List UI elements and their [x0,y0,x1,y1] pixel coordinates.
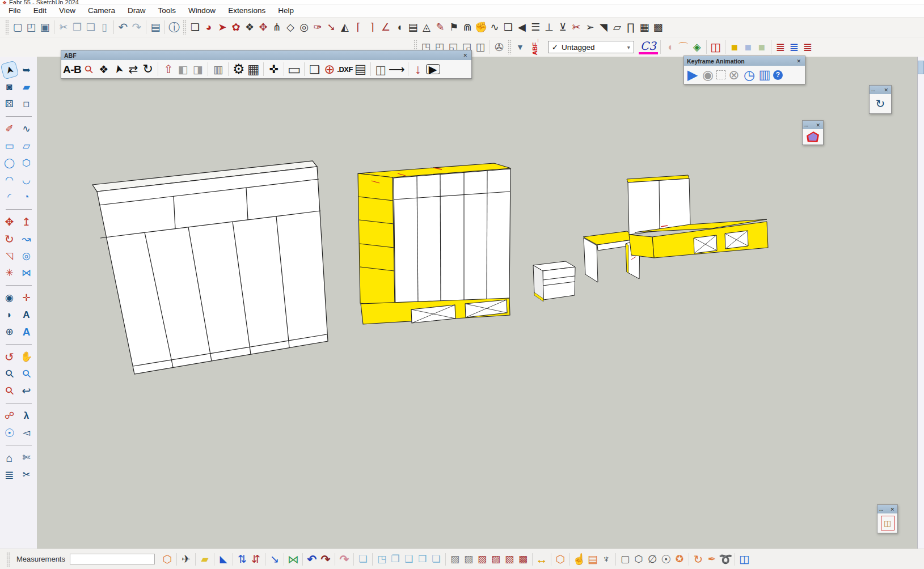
orange-list-icon[interactable]: ▤ [586,552,600,567]
plugin-tool-icon-06[interactable]: ✥ [256,20,270,35]
close-icon[interactable]: ✕ [462,53,469,58]
copy-array-icon-1[interactable]: ❏ [356,552,370,567]
abf-drill-icon[interactable]: ▼ [513,40,527,54]
protractor-arrow-icon[interactable]: ↷ [337,552,351,567]
follow-me-tool[interactable]: ↝ [19,231,35,247]
model-viewport[interactable] [37,57,917,549]
layers-s-icon[interactable]: ≣ [774,40,787,54]
copy-array-icon-4[interactable]: ❑ [402,552,416,567]
rotate-circle-icon[interactable]: ↻ [874,96,887,111]
abf-layout-panels-icon[interactable]: ❏ [307,62,322,77]
tape-measure-tool[interactable]: ◉ [2,290,18,305]
scale-tool[interactable]: ◹ [2,248,18,264]
plugin-tool-icon-26[interactable]: ☰ [529,20,542,35]
model-info-icon[interactable]: ⓘ [167,20,181,35]
plugin-tool-icon-23[interactable]: ∿ [488,20,501,35]
plugin-tool-icon-35[interactable]: ▩ [651,20,665,35]
ruler-arrows-icon[interactable]: ↔ [535,552,549,567]
abf-vertical-label[interactable]: ABF_ [528,39,542,56]
orange-hand-icon[interactable]: ☝ [572,552,586,567]
plugin-tool-icon-08[interactable]: ◇ [284,20,297,35]
plugin-tool-icon-11[interactable]: ➘ [324,20,338,35]
select-tool[interactable]: ➤ [0,60,19,79]
print-icon[interactable]: ▤ [149,20,162,35]
curved-arrow-darkred-icon[interactable]: ↷ [319,552,332,567]
plugin-tool-icon-05[interactable]: ❖ [243,20,256,35]
model-canvas[interactable] [37,57,917,549]
diagonal-arrow-icon[interactable]: ↘ [268,552,281,567]
cut-icon[interactable]: ✂ [57,20,70,35]
nightstand[interactable] [533,261,575,302]
abf-panel-right-icon[interactable]: ◨ [191,62,205,77]
dxf-label[interactable]: .DXF [337,62,353,77]
measurements-input[interactable] [70,554,155,564]
plugin-tool-icon-25[interactable]: ◀ [515,20,529,35]
texture-arrow-right-icon[interactable]: ▨ [489,552,503,567]
menu-item-extensions[interactable]: Extensions [222,3,272,18]
abf-refresh-icon[interactable]: ↻ [141,62,155,77]
axes-tool[interactable]: ✛ [19,290,35,305]
plugin-tool-icon-34[interactable]: ▦ [638,20,651,35]
plugin-tool-icon-10[interactable]: ✑ [311,20,324,35]
wardrobe-large-white[interactable] [92,161,328,374]
delete-icon[interactable]: ▯ [98,20,111,35]
texture-icon-2[interactable]: ▨ [462,552,475,567]
abf-play-icon[interactable]: ▶ [426,64,440,74]
blue-cube-selected-icon[interactable]: ◫ [737,552,751,567]
menu-item-help[interactable]: Help [272,3,300,18]
close-icon[interactable]: ✕ [795,58,802,64]
mini-toolbar-titlebar[interactable]: ... ✕ [870,86,891,94]
camera-component-icon[interactable]: ✇ [492,40,506,54]
plugin-tool-icon-02[interactable]: ◕ [202,20,216,35]
open-folder-icon[interactable]: ◰ [24,20,38,35]
bowtie-flip-icon[interactable]: ⋈ [286,552,300,567]
position-camera-tool[interactable]: ☍ [2,408,18,423]
copy-icon[interactable]: ❐ [70,20,84,35]
axis-cube-icon[interactable]: ◫ [474,40,487,54]
plugin-tool-icon-33[interactable]: ∏ [624,20,638,35]
text-tool[interactable]: A [19,307,35,322]
menu-item-tools[interactable]: Tools [152,3,183,18]
new-file-icon[interactable]: ▢ [11,20,24,35]
plugin-tool-icon-20[interactable]: ⚑ [447,20,461,35]
abf-arrow-right-icon[interactable]: ⟶ [389,62,405,77]
previous-view-tool[interactable]: ↩ [19,383,35,398]
abf-panel-left-icon[interactable]: ◧ [176,62,190,77]
plugin-tool-icon-03[interactable]: ➤ [216,20,229,35]
keyframe-toolbar-titlebar[interactable]: Keyframe Animation ✕ [684,56,805,66]
texture-icon-1[interactable]: ▨ [448,552,462,567]
push-pull-tool[interactable]: ↥ [19,214,35,230]
menu-item-view[interactable]: View [53,3,82,18]
kf-help-icon[interactable]: ? [773,70,783,80]
pin-person-icon[interactable]: ✪ [673,552,686,567]
circle-tool[interactable]: ◯ [2,155,18,171]
plugin-tool-icon-04[interactable]: ✿ [229,20,243,35]
layers-blue-icon[interactable]: ≣ [787,40,801,54]
curved-arrow-blue-icon[interactable]: ↶ [305,552,319,567]
plugin-tool-icon-19[interactable]: ✎ [433,20,447,35]
curve-weld-icon[interactable]: ⌒ [677,40,690,54]
abf-rectangle-icon[interactable]: ▭ [287,62,301,77]
flip-tool[interactable]: ⋈ [19,265,35,281]
octopus-icon[interactable]: ♆ [600,552,613,567]
two-point-arc-tool[interactable]: ◡ [19,172,35,188]
menu-item-draw[interactable]: Draw [121,3,152,18]
plugin-tool-icon-17[interactable]: ▤ [406,20,420,35]
green-wireframe-icon[interactable]: ◈ [690,40,704,54]
rotated-rectangle-tool[interactable]: ▱ [19,138,35,154]
right-panel-tray[interactable] [917,57,924,549]
abf-move-point-icon[interactable]: ✜ [267,62,281,77]
export-box-icon[interactable]: ◫ [881,516,895,530]
move-tool[interactable]: ✥ [2,214,18,230]
rotate-tool[interactable]: ↻ [2,231,18,247]
red-gate-icon[interactable]: ◫ [709,40,723,54]
eye-slash-icon[interactable]: ∅ [645,552,659,567]
close-icon[interactable]: ✕ [883,87,889,93]
walk-tool[interactable]: λ [19,408,35,423]
hexagon-ring-icon[interactable]: ⬡ [161,552,174,567]
close-icon[interactable]: ✕ [815,122,821,128]
texture-arrow-left-icon[interactable]: ▨ [475,552,489,567]
plugin-tool-icon-14[interactable]: ⌉ [365,20,379,35]
section-view-tool[interactable]: ◅ [19,425,35,440]
save-icon[interactable]: ▣ [38,20,52,35]
